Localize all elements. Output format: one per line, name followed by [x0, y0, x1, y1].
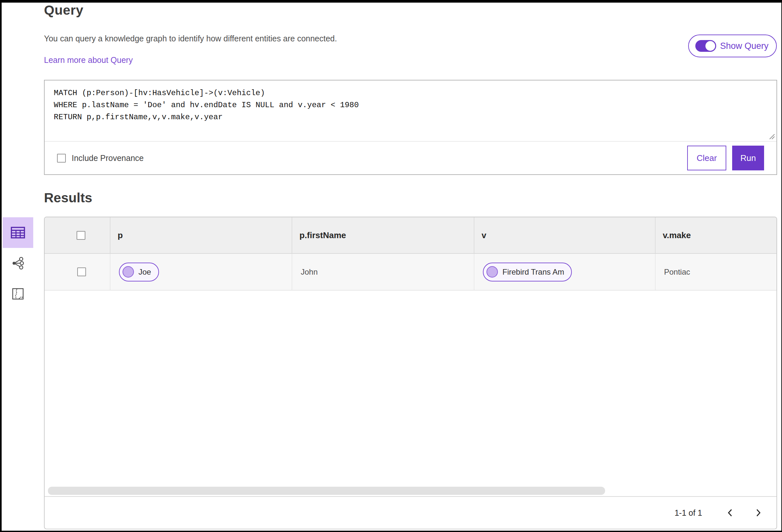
map-view-button[interactable]	[3, 279, 33, 309]
table-body-empty-area	[45, 291, 777, 496]
learn-more-link[interactable]: Learn more about Query	[44, 56, 133, 65]
header-cell-p[interactable]: p	[110, 217, 292, 253]
header-cell-v-make[interactable]: v.make	[655, 217, 777, 253]
entity-pill-person[interactable]: Joe	[119, 262, 159, 281]
entity-pill-vehicle[interactable]: Firebird Trans Am	[483, 262, 572, 281]
table-pagination-footer: 1-1 of 1	[45, 496, 777, 529]
app-window: Query You can query a knowledge graph to…	[0, 0, 782, 532]
header-cell-v[interactable]: v	[474, 217, 655, 253]
entity-dot-icon	[487, 266, 498, 278]
query-editor-footer: Include Provenance Clear Run	[45, 142, 777, 174]
header-cell-p-firstname[interactable]: p.firstName	[292, 217, 474, 253]
row-cell-select	[45, 254, 110, 290]
entity-pill-label: Firebird Trans Am	[502, 268, 564, 277]
run-button[interactable]: Run	[732, 146, 764, 170]
results-title: Results	[44, 190, 92, 206]
row-cell-p: Joe	[110, 254, 292, 290]
pagination-range-label: 1-1 of 1	[674, 508, 702, 518]
show-query-label: Show Query	[720, 41, 769, 51]
entity-pill-label: Joe	[139, 268, 151, 277]
horizontal-scrollbar[interactable]	[48, 487, 605, 495]
toggle-switch-icon[interactable]	[695, 40, 716, 52]
results-table-header: p p.firstName v v.make	[45, 217, 777, 254]
pagination-prev-button[interactable]	[723, 506, 737, 520]
select-all-checkbox[interactable]	[77, 231, 85, 240]
clear-button[interactable]: Clear	[687, 146, 726, 170]
link-chart-view-button[interactable]	[3, 248, 33, 279]
row-cell-v-make: Pontiac	[655, 254, 777, 290]
query-editor-panel: MATCH (p:Person)-[hv:HasVehicle]->(v:Veh…	[44, 80, 777, 175]
map-view-icon	[12, 288, 24, 300]
table-view-icon	[9, 224, 26, 241]
row-cell-p-firstname: John	[292, 254, 474, 290]
entity-dot-icon	[122, 266, 134, 278]
page-title: Query	[44, 3, 83, 18]
pagination-next-button[interactable]	[751, 506, 766, 520]
resize-grip-icon[interactable]	[768, 133, 775, 140]
include-provenance-checkbox[interactable]	[57, 154, 66, 163]
query-code-text[interactable]: MATCH (p:Person)-[hv:HasVehicle]->(v:Veh…	[54, 87, 767, 123]
chevron-left-icon	[726, 508, 735, 517]
row-cell-v: Firebird Trans Am	[474, 254, 655, 290]
results-table: p p.firstName v v.make Joe John Firebird…	[44, 217, 777, 529]
query-code-editor[interactable]: MATCH (p:Person)-[hv:HasVehicle]->(v:Veh…	[45, 80, 777, 142]
results-view-switcher	[3, 217, 33, 309]
show-query-toggle[interactable]: Show Query	[688, 35, 777, 57]
chevron-right-icon	[754, 508, 762, 517]
include-provenance-label: Include Provenance	[72, 153, 144, 163]
header-cell-select	[45, 217, 110, 253]
table-row: Joe John Firebird Trans Am Pontiac	[45, 254, 777, 291]
page-description: You can query a knowledge graph to ident…	[44, 34, 337, 43]
row-checkbox[interactable]	[77, 268, 86, 276]
table-view-button[interactable]	[3, 217, 33, 248]
link-chart-view-icon	[11, 257, 25, 270]
